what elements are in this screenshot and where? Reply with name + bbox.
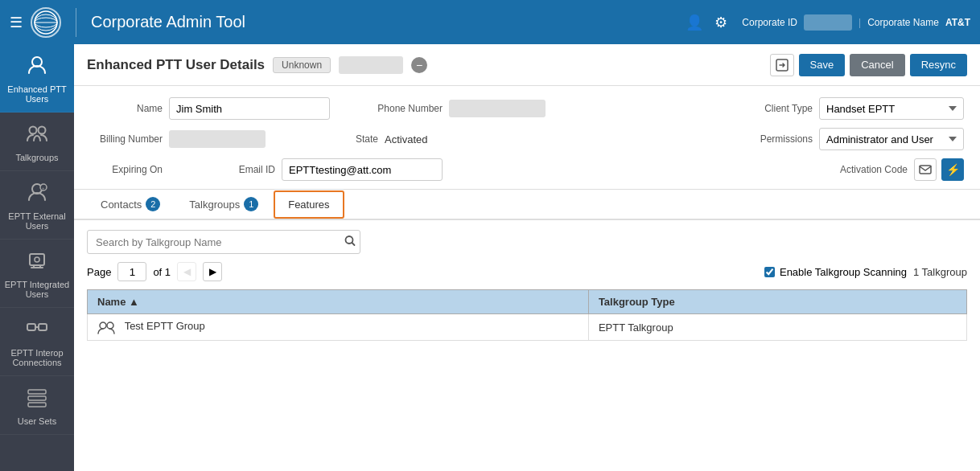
activation-code-actions: ⚡ [914, 158, 964, 181]
tab-features[interactable]: Features [274, 190, 344, 219]
settings-icon[interactable]: ⚙ [714, 14, 727, 31]
svg-point-20 [100, 322, 106, 329]
svg-text:+: + [42, 186, 45, 190]
user-id-field [339, 56, 403, 74]
svg-point-5 [30, 127, 37, 134]
page-header: Enhanced PTT User Details Unknown − Save… [74, 44, 980, 86]
talkgroup-name-cell: Test EPTT Group [88, 314, 589, 341]
svg-rect-13 [39, 324, 47, 330]
status-badge: Unknown [273, 57, 331, 73]
resync-button[interactable]: Resync [910, 54, 967, 76]
svg-rect-14 [28, 390, 46, 394]
nav-divider [76, 8, 76, 37]
svg-rect-12 [27, 324, 35, 330]
talkgroups-table: Name ▲ Talkgroup Type [87, 289, 967, 341]
svg-point-21 [107, 322, 113, 329]
header-actions: Save Cancel Resync [770, 54, 967, 76]
sidebar-item-user-sets[interactable]: User Sets [0, 376, 74, 435]
table-header-type[interactable]: Talkgroup Type [588, 290, 966, 314]
search-input-wrap [87, 230, 360, 254]
sidebar: Enhanced PTT Users Talkgroups [0, 44, 74, 471]
activation-code-group: Activation Code ⚡ [835, 158, 964, 181]
talkgroup-icon [97, 320, 118, 332]
tab-features-label: Features [288, 199, 329, 211]
next-page-button[interactable]: ▶ [203, 262, 222, 281]
table-header-name[interactable]: Name ▲ [88, 290, 589, 314]
save-button[interactable]: Save [799, 54, 846, 76]
name-input[interactable] [169, 97, 330, 120]
minus-button[interactable]: − [411, 57, 427, 73]
lightning-button[interactable]: ⚡ [941, 158, 964, 181]
cancel-button[interactable]: Cancel [850, 54, 904, 76]
table-row: Test EPTT Group EPTT Talkgroup [88, 314, 967, 341]
tab-talkgroups[interactable]: Talkgroups 1 [175, 190, 272, 219]
billing-number-label: Billing Number [90, 133, 163, 145]
activation-code-label: Activation Code [835, 164, 908, 175]
corporate-name-value: AT&T [945, 17, 970, 28]
sidebar-item-label: Talkgroups [15, 153, 58, 162]
client-type-select[interactable]: Handset EPTT [819, 97, 964, 120]
client-type-group: Client Type Handset EPTT [740, 97, 964, 120]
page-number-input[interactable] [117, 262, 146, 281]
att-logo [31, 7, 61, 38]
corporate-name-label: Corporate Name [867, 17, 939, 28]
svg-rect-16 [28, 403, 46, 407]
prev-page-button[interactable]: ◀ [177, 262, 196, 281]
main-content: Enhanced PTT User Details Unknown − Save… [74, 44, 980, 471]
enable-scanning-checkbox[interactable] [764, 267, 775, 277]
sidebar-item-talkgroups[interactable]: Talkgroups [0, 113, 74, 171]
enhanced-ptt-users-icon [26, 54, 48, 81]
permissions-label: Permissions [740, 133, 813, 145]
phone-number-group: Phone Number [370, 100, 546, 117]
talkgroups-icon [26, 122, 48, 149]
state-label: State [306, 133, 378, 145]
sidebar-item-label: User Sets [18, 416, 56, 426]
talkgroup-type-cell: EPTT Talkgroup [588, 314, 966, 341]
tab-contacts-label: Contacts [101, 199, 142, 211]
corp-info: 👤 ⚙ Corporate ID | Corporate Name AT&T [686, 14, 970, 31]
svg-rect-15 [28, 396, 46, 400]
email-id-input[interactable] [282, 158, 443, 181]
of-label: of 1 [153, 266, 171, 278]
page-title: Enhanced PTT User Details [87, 57, 265, 73]
corporate-id-field [804, 14, 852, 31]
search-button[interactable] [344, 236, 356, 249]
hamburger-menu[interactable]: ☰ [10, 14, 23, 31]
enable-scanning-group: Enable Talkgroup Scanning [764, 266, 907, 278]
tab-contacts[interactable]: Contacts 2 [87, 190, 174, 219]
svg-rect-18 [920, 166, 931, 174]
form-row-2: Billing Number State Activated Permissio… [90, 128, 964, 150]
svg-point-11 [35, 257, 39, 262]
state-value: Activated [385, 133, 427, 145]
permissions-select[interactable]: Administrator and User [819, 128, 964, 150]
sidebar-item-eptt-external-users[interactable]: + EPTT External Users [0, 171, 74, 240]
expiring-on-label: Expiring On [90, 164, 163, 175]
eptt-external-users-icon: + [26, 181, 48, 208]
sidebar-item-label: EPTT Interop Connections [4, 348, 70, 367]
sidebar-item-enhanced-ptt-users[interactable]: Enhanced PTT Users [0, 44, 74, 113]
sidebar-item-eptt-interop-connections[interactable]: EPTT Interop Connections [0, 308, 74, 376]
sidebar-item-label: EPTT External Users [4, 211, 70, 231]
permissions-group: Permissions Administrator and User [740, 128, 964, 150]
name-label: Name [90, 103, 163, 114]
email-id-group: Email ID [203, 158, 443, 181]
user-form: Name Phone Number Client Type Handset EP… [74, 86, 980, 190]
main-layout: Enhanced PTT Users Talkgroups [0, 44, 980, 471]
col-type-label: Talkgroup Type [599, 296, 675, 308]
expiring-on-group: Expiring On [90, 164, 163, 175]
sidebar-item-label: EPTT Integrated Users [4, 280, 70, 299]
tab-talkgroups-badge: 1 [244, 197, 258, 211]
lightning-icon: ⚡ [946, 163, 960, 176]
share-button[interactable] [770, 54, 794, 76]
user-profile-icon[interactable]: 👤 [686, 14, 703, 31]
sidebar-item-eptt-integrated-users[interactable]: EPTT Integrated Users [0, 240, 74, 308]
billing-number-group: Billing Number [90, 130, 266, 148]
search-input[interactable] [87, 230, 360, 254]
phone-number-label: Phone Number [370, 103, 443, 114]
state-group: State Activated [306, 133, 427, 145]
form-row-3: Expiring On Email ID Activation Code [90, 158, 964, 181]
page-label: Page [87, 266, 111, 278]
email-activation-button[interactable] [914, 158, 937, 181]
corporate-id-label: Corporate ID [742, 17, 797, 28]
sidebar-item-label: Enhanced PTT Users [4, 84, 70, 104]
